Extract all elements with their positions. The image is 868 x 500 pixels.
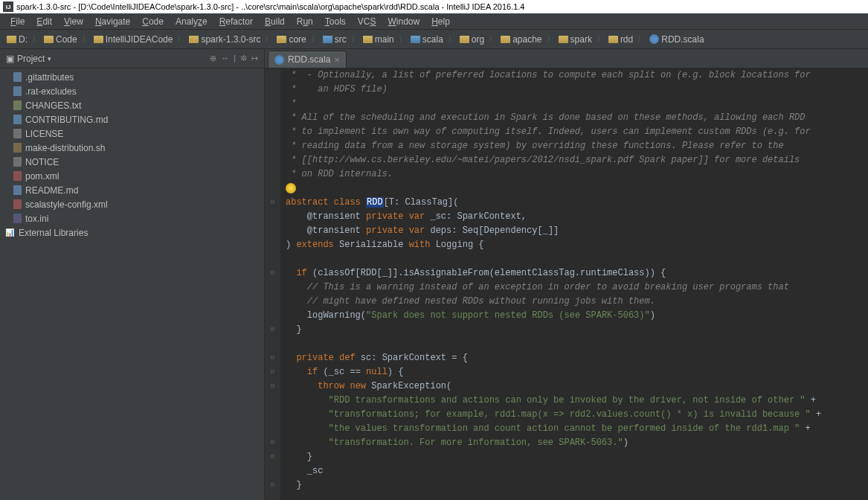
menu-refactor[interactable]: Refactor — [213, 15, 259, 28]
fold-icon[interactable]: ⊟ — [265, 196, 280, 210]
editor-gutter[interactable]: ⊟ ⊟ ⊡ ⊟ ⊟ ⊟ ⊡ ⊡ ⊡ — [265, 68, 281, 500]
crumb-apache[interactable]: apache — [498, 33, 544, 45]
file-icon — [13, 86, 22, 96]
tree-item-tox[interactable]: tox.ini — [0, 211, 264, 225]
folder-icon — [277, 36, 286, 43]
folder-icon — [7, 36, 16, 43]
fold-icon[interactable]: ⊟ — [265, 365, 280, 379]
code-editor[interactable]: ⊟ ⊟ ⊡ ⊟ ⊟ ⊟ ⊡ ⊡ ⊡ * - Optionally, a list… — [265, 68, 868, 500]
tree-item-gitattributes[interactable]: .gitattributes — [0, 70, 264, 84]
menu-window[interactable]: Window — [382, 15, 425, 28]
menu-help[interactable]: Help — [425, 15, 456, 28]
menu-view[interactable]: View — [58, 15, 89, 28]
tab-rdd-scala[interactable]: RDD.scala ✕ — [268, 51, 347, 68]
tree-item-external-libs[interactable]: 📊External Libraries — [0, 225, 264, 240]
chevron-right-icon: 〉 — [399, 34, 406, 45]
lightbulb-icon[interactable] — [286, 183, 296, 193]
tree-item-rat-excludes[interactable]: .rat-excludes — [0, 84, 264, 98]
tree-item-scalastyle[interactable]: scalastyle-config.xml — [0, 197, 264, 211]
tree-item-notice[interactable]: NOTICE — [0, 155, 264, 169]
tree-item-contributing[interactable]: CONTRIBUTING.md — [0, 112, 264, 126]
file-icon — [13, 157, 22, 167]
tab-label: RDD.scala — [288, 54, 330, 65]
crumb-main[interactable]: main — [361, 33, 396, 45]
chevron-right-icon: 〉 — [597, 34, 604, 45]
xml-file-icon — [13, 171, 22, 181]
menu-tools[interactable]: Tools — [319, 15, 352, 28]
file-icon — [13, 129, 22, 138]
crumb-ijcode[interactable]: IntelliJIDEACode — [91, 33, 176, 45]
folder-icon — [94, 36, 103, 43]
folder-icon — [608, 36, 618, 43]
tree-item-changes[interactable]: CHANGES.txt — [0, 98, 264, 112]
folder-icon — [189, 36, 199, 43]
fold-icon[interactable]: ⊡ — [265, 450, 280, 464]
collapse-all-icon[interactable]: ⊕ — [210, 54, 216, 63]
editor-area: RDD.scala ✕ ⊟ ⊟ ⊡ ⊟ ⊟ ⊟ ⊡ — [265, 49, 868, 500]
shell-file-icon — [13, 143, 22, 153]
chevron-right-icon: 〉 — [32, 34, 39, 45]
crumb-drive[interactable]: D: — [4, 33, 30, 45]
tree-item-license[interactable]: LICENSE — [0, 126, 264, 141]
fold-icon[interactable]: ⊡ — [265, 478, 280, 493]
sidebar-title[interactable]: ▣ Project ▾ — [6, 54, 210, 64]
menu-run[interactable]: Run — [291, 15, 319, 28]
project-tool-icon: ▣ — [6, 54, 14, 64]
main-area: ▣ Project ▾ ⊕ ↔ | ✲ ↦ .gitattributes .ra… — [0, 49, 868, 500]
code-content[interactable]: * - Optionally, a list of preferred loca… — [281, 68, 868, 500]
tree-item-readme[interactable]: README.md — [0, 183, 264, 197]
chevron-right-icon: 〉 — [311, 34, 318, 45]
crumb-org[interactable]: org — [457, 33, 486, 45]
crumb-rdd[interactable]: rdd — [606, 33, 635, 45]
crumb-core[interactable]: core — [274, 33, 308, 45]
chevron-right-icon: 〉 — [351, 34, 359, 45]
gear-icon[interactable]: ✲ — [240, 54, 247, 63]
breadcrumb: D: 〉 Code 〉 IntelliJIDEACode 〉 spark-1.3… — [4, 33, 707, 45]
menu-build[interactable]: Build — [259, 15, 291, 28]
text-file-icon — [13, 100, 22, 110]
folder-icon — [501, 36, 510, 43]
main-menu: File Edit View Navigate Code Analyze Ref… — [0, 13, 868, 30]
markdown-file-icon — [13, 185, 22, 195]
chevron-right-icon: 〉 — [448, 34, 455, 45]
scroll-from-source-icon[interactable]: ↔ — [221, 54, 229, 63]
fold-icon[interactable]: ⊟ — [265, 266, 280, 281]
crumb-src[interactable]: src — [321, 33, 349, 45]
hide-icon[interactable]: ↦ — [251, 54, 258, 63]
menu-code[interactable]: Code — [136, 15, 170, 28]
chevron-right-icon: 〉 — [82, 34, 89, 45]
app-icon: IJ — [3, 1, 13, 12]
window-titlebar: IJ spark-1.3.0-src - [D:\Code\IntelliJID… — [0, 0, 868, 13]
navigation-breadcrumb-bar: D: 〉 Code 〉 IntelliJIDEACode 〉 spark-1.3… — [0, 30, 868, 49]
selected-text: RDD — [366, 197, 384, 208]
chevron-right-icon: 〉 — [637, 34, 645, 45]
crumb-file[interactable]: RDD.scala — [647, 33, 706, 45]
close-icon[interactable]: ✕ — [334, 56, 340, 64]
menu-edit[interactable]: Edit — [30, 15, 58, 28]
folder-icon — [44, 36, 54, 43]
fold-icon[interactable]: ⊟ — [265, 351, 280, 365]
scala-file-icon — [274, 55, 284, 65]
file-icon — [13, 72, 22, 82]
divider-icon: | — [234, 54, 236, 63]
crumb-scala[interactable]: scala — [408, 33, 446, 45]
menu-navigate[interactable]: Navigate — [89, 15, 136, 28]
crumb-code[interactable]: Code — [42, 33, 80, 45]
chevron-right-icon: 〉 — [547, 34, 554, 45]
project-tree[interactable]: .gitattributes .rat-excludes CHANGES.txt… — [0, 68, 264, 500]
folder-icon — [559, 36, 568, 43]
fold-icon[interactable]: ⊡ — [265, 436, 280, 450]
menu-file[interactable]: File — [4, 15, 30, 28]
menu-analyze[interactable]: Analyze — [170, 15, 213, 28]
editor-tabs: RDD.scala ✕ — [265, 49, 868, 68]
fold-icon[interactable]: ⊡ — [265, 323, 280, 337]
window-title: spark-1.3.0-src - [D:\Code\IntelliJIDEAC… — [16, 2, 525, 11]
folder-icon — [363, 36, 373, 43]
tree-item-make-dist[interactable]: make-distribution.sh — [0, 141, 264, 155]
crumb-spark[interactable]: spark — [556, 33, 594, 45]
fold-icon[interactable]: ⊟ — [265, 379, 280, 394]
project-sidebar: ▣ Project ▾ ⊕ ↔ | ✲ ↦ .gitattributes .ra… — [0, 49, 265, 500]
menu-vcs[interactable]: VCS — [352, 15, 382, 28]
crumb-project[interactable]: spark-1.3.0-src — [187, 33, 263, 45]
tree-item-pom[interactable]: pom.xml — [0, 169, 264, 183]
